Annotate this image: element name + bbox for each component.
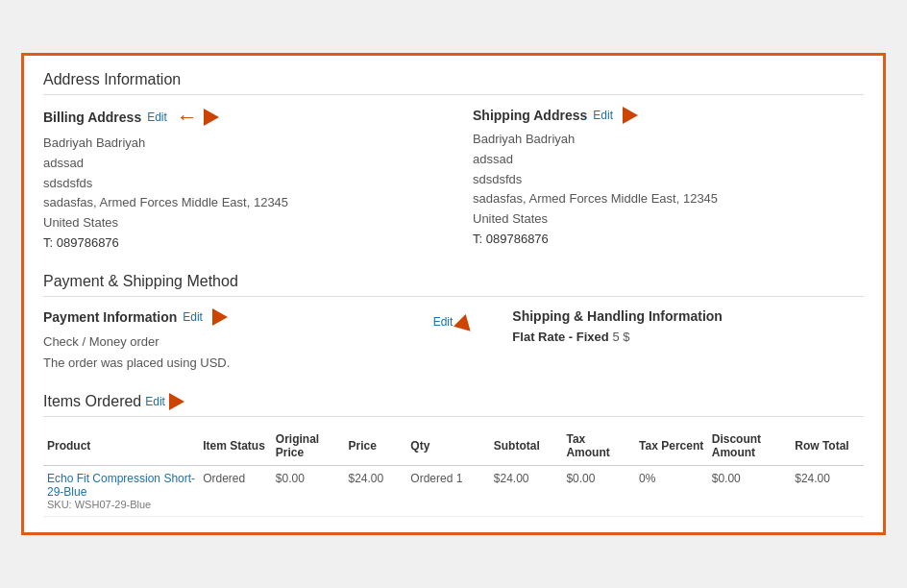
billing-arrow-icon [204,109,219,126]
items-ordered-label: Items Ordered [43,393,141,410]
billing-country: United States [43,213,434,233]
col-header-qty: Qty [406,427,489,466]
discount-amount: $0.00 [708,465,791,516]
shipping-name: Badriyah Badriyah [473,130,864,150]
billing-phone: T: 089786876 [43,233,434,254]
billing-line1: adssad [43,154,434,174]
col-header-tax-amount: Tax Amount [562,427,635,466]
billing-line2: sdsdsfds [43,174,434,194]
shipping-handling-block: Shipping & Handling Information Flat Rat… [512,308,864,374]
product-name: Echo Fit Compression Short-29-Blue [47,472,195,499]
table-row: Echo Fit Compression Short-29-Blue SKU: … [43,465,864,516]
shipping-handling-heading: Shipping & Handling Information [512,308,864,324]
payment-arrow-icon [212,308,228,326]
payment-section-title: Payment & Shipping Method [43,273,864,297]
shipping-edit-area: Edit [433,308,475,374]
col-header-subtotal: Subtotal [490,427,563,466]
billing-heading: Billing Address Edit ← [43,107,434,128]
shipping-line2: sdsdsfds [473,170,864,190]
billing-edit-link[interactable]: Edit [147,110,167,124]
col-header-price: Price [344,427,406,466]
col-header-status: Item Status [199,427,272,466]
shipping-phone: T: 089786876 [473,230,864,250]
billing-address-text: Badriyah Badriyah adssad sdsdsfds sadasf… [43,134,434,254]
items-edit-link[interactable]: Edit [145,395,165,408]
shipping-address-text: Badriyah Badriyah adssad sdsdsfds sadasf… [473,130,864,250]
billing-address-label: Billing Address [43,110,141,125]
original-price: $0.00 [272,465,345,516]
product-cell: Echo Fit Compression Short-29-Blue SKU: … [43,465,199,516]
shipping-phone-number: 089786876 [486,232,549,246]
item-status: Ordered [199,465,272,516]
shipping-arrow-icon [623,107,638,124]
subtotal: $24.00 [490,465,563,516]
shipping-line1: adssad [473,150,864,170]
payment-note: The order was placed using USD. [43,353,395,374]
shipping-amount: 5 $ [612,330,629,344]
col-header-original-price: Original Price [272,427,345,466]
main-container: Address Information Billing Address Edit… [21,53,886,535]
shipping-method-edit-link[interactable]: Edit [433,315,454,329]
tax-amount: $0.00 [562,465,635,516]
tax-percent: 0% [635,465,708,516]
billing-name: Badriyah Badriyah [43,134,434,154]
shipping-phone-label: T: [473,232,482,246]
shipping-line3: sadasfas, Armed Forces Middle East, 1234… [473,189,864,209]
payment-block: Payment Information Edit Check / Money o… [43,308,395,374]
shipping-address-block: Shipping Address Edit Badriyah Badriyah … [473,107,864,254]
payment-heading: Payment Information Edit [43,308,395,326]
row-total: $24.00 [791,465,864,516]
col-header-discount-amount: Discount Amount [708,427,791,466]
col-header-tax-percent: Tax Percent [635,427,708,466]
shipping-country: United States [473,209,864,230]
shipping-handling-label: Shipping & Handling Information [512,308,723,324]
payment-info-label: Payment Information [43,309,177,325]
shipping-method-name: Flat Rate - Fixed [512,330,608,344]
billing-phone-label: T: [43,235,53,250]
address-section-title: Address Information [43,71,864,95]
billing-line3: sadasfas, Armed Forces Middle East, 1234… [43,193,434,213]
items-ordered-header: Items Ordered Edit [43,393,864,417]
shipping-edit-link[interactable]: Edit [593,109,613,122]
shipping-edit-with-arrow: Edit [433,310,475,333]
billing-phone-number: 089786876 [57,235,119,250]
shipping-edit-arrow-icon [454,314,477,337]
payment-method: Check / Money order [43,331,395,353]
billing-edit-arrow-icon: ← [177,107,198,128]
col-header-product: Product [43,427,199,466]
shipping-handling-text: Flat Rate - Fixed 5 $ [512,330,864,344]
shipping-address-label: Shipping Address [473,108,587,123]
payment-shipping-row: Payment Information Edit Check / Money o… [43,308,864,374]
billing-address-block: Billing Address Edit ← Badriyah Badriyah… [43,107,434,254]
shipping-heading: Shipping Address Edit [473,107,864,124]
price: $24.00 [344,465,406,516]
items-arrow-icon [169,393,184,410]
product-sku: SKU: WSH07-29-Blue [47,499,195,510]
col-header-row-total: Row Total [791,427,864,466]
payment-edit-link[interactable]: Edit [183,310,203,324]
items-table: Product Item Status Original Price Price… [43,427,864,517]
address-row: Billing Address Edit ← Badriyah Badriyah… [43,107,864,254]
payment-text: Check / Money order The order was placed… [43,331,395,374]
qty: Ordered 1 [406,465,489,516]
